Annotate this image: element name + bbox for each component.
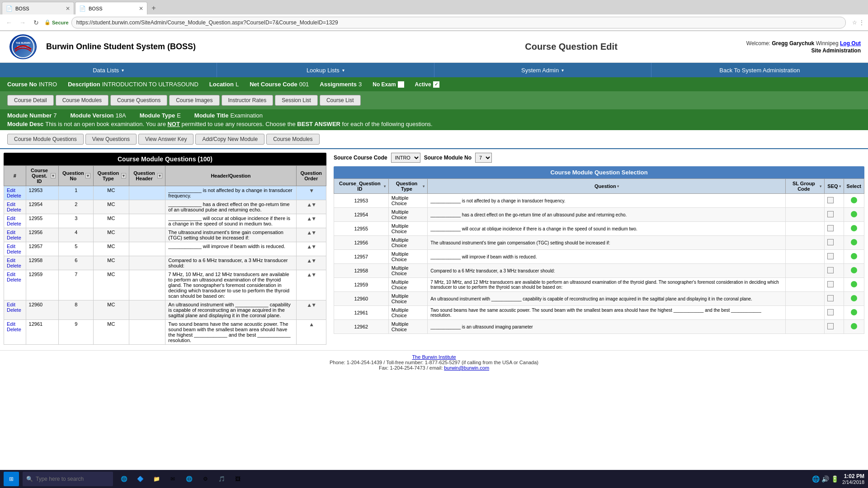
edit-link[interactable]: Edit <box>7 258 15 263</box>
taskbar-chrome-icon[interactable]: 🌐 <box>182 472 196 486</box>
course-questions-button[interactable]: Course Questions <box>110 95 167 106</box>
delete-link[interactable]: Delete <box>7 193 21 198</box>
seq-checkbox[interactable] <box>827 225 834 231</box>
select-dot[interactable] <box>851 267 857 273</box>
q-type-filter[interactable]: ▾ <box>121 173 126 178</box>
edit-link[interactable]: Edit <box>7 202 15 207</box>
delete-link[interactable]: Delete <box>7 249 21 254</box>
address-input[interactable] <box>71 17 846 28</box>
order-up-icon[interactable]: ▲ <box>307 302 311 308</box>
delete-link[interactable]: Delete <box>7 307 21 313</box>
logout-link[interactable]: Log Out <box>840 40 861 47</box>
add-copy-new-module-button[interactable]: Add/Copy New Module <box>195 134 264 145</box>
sel-q-type-sort[interactable]: ▾ <box>423 184 425 188</box>
taskbar-folder-icon[interactable]: 📁 <box>149 472 164 486</box>
taskbar-mail-icon[interactable]: ✉ <box>165 472 180 486</box>
quest-id-filter[interactable]: ▾ <box>51 173 56 178</box>
select-dot[interactable] <box>851 225 857 231</box>
edit-link[interactable]: Edit <box>7 188 15 193</box>
tray-network-icon[interactable]: 🌐 <box>812 475 820 483</box>
tab-2[interactable]: 📄 BOSS ✕ <box>75 2 147 14</box>
order-up-icon[interactable]: ▲ <box>307 202 311 208</box>
select-dot[interactable] <box>851 295 857 301</box>
reload-button[interactable]: ↻ <box>31 17 42 28</box>
institute-link[interactable]: The Burwin Institute <box>412 354 456 360</box>
view-answer-key-button[interactable]: View Answer Key <box>138 134 194 145</box>
instructor-rates-button[interactable]: Instructor Rates <box>222 95 274 106</box>
sl-group-sort[interactable]: ▾ <box>820 184 821 188</box>
sel-q-sort[interactable]: ▾ <box>617 184 619 188</box>
taskbar-edge-icon[interactable]: 🔷 <box>133 472 147 486</box>
select-dot[interactable] <box>851 211 857 217</box>
edit-link[interactable]: Edit <box>7 244 15 249</box>
course-modules-button[interactable]: Course Modules <box>56 95 108 106</box>
select-dot[interactable] <box>851 197 857 203</box>
nav-data-lists[interactable]: Data Lists ▾ <box>0 63 217 77</box>
delete-link[interactable]: Delete <box>7 207 21 212</box>
seq-checkbox[interactable] <box>827 309 834 315</box>
q-header-filter[interactable]: ▾ <box>157 173 162 178</box>
order-down-icon[interactable]: ▼ <box>311 244 316 250</box>
tray-volume-icon[interactable]: 🔊 <box>821 475 829 483</box>
settings-icon[interactable]: ⋮ <box>859 19 864 26</box>
nav-lookup-lists[interactable]: Lookup Lists ▾ <box>217 63 434 77</box>
new-tab-button[interactable]: + <box>148 3 159 14</box>
edit-link[interactable]: Edit <box>7 321 15 327</box>
order-down-icon[interactable]: ▼ <box>311 302 316 308</box>
seq-checkbox[interactable] <box>827 267 834 273</box>
order-up-icon[interactable]: ▲ <box>307 258 311 264</box>
order-down-icon[interactable]: ▼ <box>311 216 316 222</box>
q-no-filter[interactable]: ▾ <box>85 173 90 178</box>
taskbar-ie-icon[interactable]: 🌐 <box>117 472 131 486</box>
taskbar-app1-icon[interactable]: ⚙ <box>198 472 212 486</box>
no-exam-checkbox[interactable] <box>398 81 404 88</box>
select-dot[interactable] <box>851 309 857 315</box>
delete-link[interactable]: Delete <box>7 221 21 226</box>
seq-checkbox[interactable] <box>827 253 834 259</box>
edit-link[interactable]: Edit <box>7 272 15 277</box>
delete-link[interactable]: Delete <box>7 263 21 268</box>
session-list-button[interactable]: Session List <box>275 95 318 106</box>
source-module-no-select[interactable]: 7 <box>475 153 492 163</box>
order-up-icon[interactable]: ▲ <box>307 230 311 236</box>
order-up-icon[interactable]: ▲ <box>307 216 311 222</box>
seq-sort[interactable]: ▾ <box>839 184 841 188</box>
bookmark-icon[interactable]: ☆ <box>852 19 857 26</box>
seq-checkbox[interactable] <box>827 197 834 203</box>
select-dot[interactable] <box>851 253 857 259</box>
edit-link[interactable]: Edit <box>7 302 15 307</box>
seq-checkbox[interactable] <box>827 323 834 329</box>
order-down-icon[interactable]: ▼ <box>311 230 316 236</box>
start-button[interactable]: ⊞ <box>4 472 19 486</box>
order-down-icon[interactable]: ▼ <box>309 188 313 194</box>
nav-system-admin[interactable]: System Admin ▾ <box>434 63 651 77</box>
order-down-icon[interactable]: ▼ <box>311 272 316 278</box>
seq-checkbox[interactable] <box>827 295 834 301</box>
nav-back-to-system[interactable]: Back To System Administration <box>651 63 868 77</box>
seq-checkbox[interactable] <box>827 211 834 217</box>
taskbar-app2-icon[interactable]: 🎵 <box>214 472 229 486</box>
tab-close-1[interactable]: ✕ <box>66 5 70 12</box>
course-modules-sub-button[interactable]: Course Modules <box>266 134 319 145</box>
delete-link[interactable]: Delete <box>7 235 21 240</box>
select-dot[interactable] <box>851 239 857 245</box>
delete-link[interactable]: Delete <box>7 327 21 332</box>
delete-link[interactable]: Delete <box>7 277 21 282</box>
source-course-code-select[interactable]: INTRO <box>391 153 420 163</box>
cq-id-sort[interactable]: ▾ <box>384 184 386 188</box>
select-dot[interactable] <box>851 281 857 287</box>
tab-1[interactable]: 📄 BOSS ✕ <box>2 2 74 14</box>
edit-link[interactable]: Edit <box>7 230 15 235</box>
view-questions-button[interactable]: View Questions <box>85 134 137 145</box>
course-detail-button[interactable]: Course Detail <box>7 95 54 106</box>
taskbar-app3-icon[interactable]: 🖼 <box>231 472 245 486</box>
seq-checkbox[interactable] <box>827 239 834 245</box>
order-up-icon[interactable]: ▲ <box>307 244 311 250</box>
taskbar-search-input[interactable] <box>36 476 108 482</box>
forward-button[interactable]: → <box>17 17 28 28</box>
tray-battery-icon[interactable]: 🔋 <box>831 475 839 483</box>
seq-checkbox[interactable] <box>827 281 834 287</box>
order-down-icon[interactable]: ▼ <box>311 258 316 264</box>
footer-email[interactable]: burwin@burwin.com <box>444 365 489 371</box>
course-images-button[interactable]: Course Images <box>169 95 219 106</box>
